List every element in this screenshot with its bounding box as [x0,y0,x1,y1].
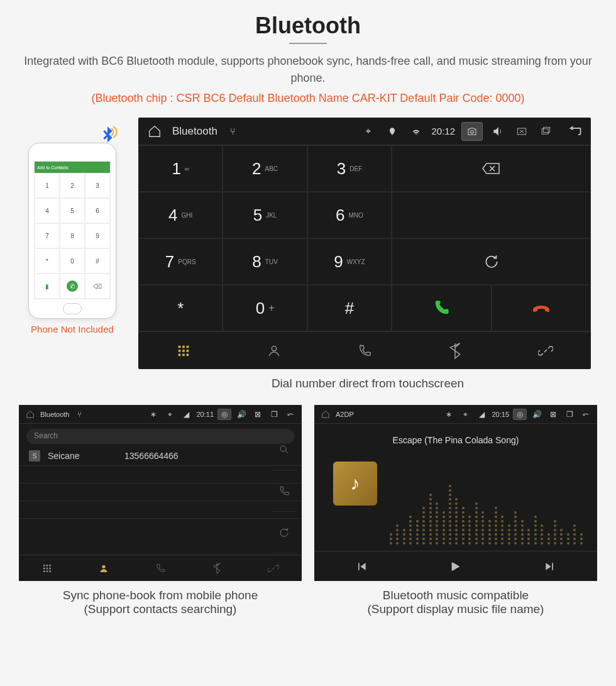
tab-bluetooth[interactable] [410,332,500,369]
phone-key[interactable]: 5 [60,198,85,223]
phone-call-icon[interactable]: ✆ [60,274,85,299]
key-9[interactable]: 9WXYZ [307,238,392,285]
backspace-button[interactable] [392,145,591,192]
equalizer-visualization [390,455,585,545]
tab-contacts[interactable] [229,332,319,369]
phone-key[interactable]: 6 [85,198,110,223]
refresh-icon[interactable] [272,512,297,553]
svg-rect-3 [544,127,550,132]
phone-video-icon[interactable]: ▮ [35,274,60,299]
phone-key[interactable]: 2 [60,173,85,198]
phone-keypad: 1 2 3 4 5 6 7 8 9 * 0 # ▮ ✆ ⌫ [35,173,110,299]
next-track-button[interactable] [503,551,597,581]
contact-row[interactable]: S Seicane 13566664466 [19,446,302,466]
wifi-icon [407,123,425,140]
tab-link[interactable] [245,555,302,581]
key-3[interactable]: 3DEF [307,145,392,192]
phone-caption: Phone Not Included [19,324,126,335]
phone-column: Add to Contacts 1 2 3 4 5 6 7 8 9 * 0 # … [19,118,126,335]
search-input[interactable]: Search [26,429,294,444]
dialer-tabbar [138,331,591,369]
home-icon[interactable] [319,408,332,421]
hangup-button[interactable] [492,285,591,331]
phone-backspace-icon[interactable]: ⌫ [85,274,110,299]
recent-apps-icon[interactable]: ❐ [268,408,280,421]
key-6[interactable]: 6MNO [307,192,392,238]
phone-key[interactable]: 8 [60,223,85,248]
phonebook-headunit: Bluetooth ⑂ ∗ ⌖ ◢ 20:11 ◎ 🔊 ⊠ ❐ ⤺ Search… [19,405,302,581]
svg-rect-17 [49,565,51,567]
phone-key[interactable]: * [35,248,60,274]
key-4[interactable]: 4GHI [138,192,223,238]
call-icon[interactable] [272,470,297,512]
bluetooth-signal-icon [96,124,119,147]
phone-key[interactable]: 9 [85,223,110,248]
key-5[interactable]: 5JKL [223,192,307,238]
svg-rect-4 [179,345,181,348]
home-icon[interactable] [24,408,36,421]
phone-key[interactable]: 0 [60,248,85,274]
phone-top-bar: Add to Contacts [35,162,110,173]
tab-recents[interactable] [132,555,189,581]
tab-keypad[interactable] [138,332,229,369]
tab-link[interactable] [500,332,591,369]
phone-key[interactable]: 4 [35,198,60,223]
phone-key[interactable]: # [85,248,110,274]
prev-track-button[interactable] [314,551,409,581]
svg-point-0 [471,130,474,133]
svg-rect-22 [47,570,48,572]
tab-bluetooth[interactable] [189,555,245,581]
phone-key[interactable]: 7 [35,223,60,248]
svg-rect-19 [47,567,48,569]
phone-home-button[interactable] [63,303,82,314]
music-time: 20:15 [492,411,509,418]
phone-key[interactable]: 3 [85,173,110,198]
call-button[interactable] [392,285,491,331]
tab-recents[interactable] [319,332,410,369]
volume-icon[interactable]: 🔊 [531,408,543,421]
svg-rect-2 [542,128,548,133]
key-2[interactable]: 2ABC [223,145,307,192]
location-icon: ⌖ [459,408,471,421]
back-icon[interactable] [566,123,583,140]
recent-apps-icon[interactable] [537,123,554,140]
key-1[interactable]: 1∞ [138,145,223,192]
key-hash[interactable]: # [307,285,392,331]
camera-icon[interactable]: ◎ [217,409,231,420]
location-icon: ⌖ [163,408,176,421]
camera-icon[interactable] [461,122,483,141]
redial-button[interactable] [392,238,591,285]
wifi-icon: ◢ [475,408,488,421]
close-icon[interactable]: ⊠ [547,408,559,421]
phone-key[interactable]: 1 [35,173,60,198]
music-caption: Bluetooth music compatible (Support disp… [314,589,597,616]
back-icon[interactable]: ⤺ [580,408,592,421]
close-icon[interactable]: ⊠ [251,408,264,421]
play-pause-button[interactable] [409,551,503,581]
key-star[interactable]: * [138,285,223,331]
key-7[interactable]: 7PQRS [138,238,223,285]
close-icon[interactable] [513,123,531,140]
key-8[interactable]: 8TUV [223,238,307,285]
back-icon[interactable]: ⤺ [284,408,297,421]
home-icon[interactable] [146,123,163,140]
svg-rect-21 [43,570,45,572]
usb-icon: ⑂ [73,408,85,421]
dialer-title: Bluetooth [172,125,217,138]
volume-icon[interactable]: 🔊 [235,408,248,421]
dialer-keypad: 1∞ 2ABC 3DEF 4GHI 5JKL 6MNO 7PQRS 8TUV 9… [138,145,392,331]
recent-apps-icon[interactable]: ❐ [563,408,576,421]
location-icon [383,123,401,140]
music-title: A2DP [336,411,354,418]
volume-icon[interactable] [489,123,507,140]
search-icon[interactable] [272,429,297,470]
svg-point-24 [102,565,105,568]
phonebook-caption: Sync phone-book from mobile phone (Suppo… [19,589,302,616]
camera-icon[interactable]: ◎ [513,409,527,420]
page-specs: (Bluetooth chip : CSR BC6 Default Blueto… [19,92,597,105]
tab-contacts[interactable] [75,555,132,581]
tab-keypad[interactable] [19,555,75,581]
svg-rect-7 [179,350,181,352]
key-0[interactable]: 0+ [223,285,307,331]
svg-rect-18 [43,567,45,569]
